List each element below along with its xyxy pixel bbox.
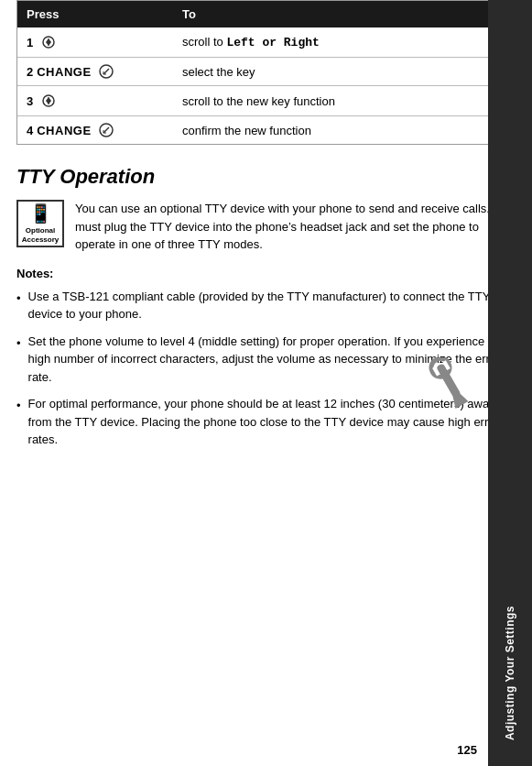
tty-intro: 📱 Optional Accessory You can use an opti…: [16, 200, 516, 254]
svg-marker-9: [46, 97, 51, 104]
phone-icon: 📱: [29, 202, 52, 224]
pen-icon: [99, 64, 114, 79]
change-label: CHANGE: [37, 124, 91, 137]
scroll-icon: [40, 93, 57, 109]
press-cell: 3: [17, 86, 173, 116]
to-cell: select the key: [173, 58, 515, 86]
bullet-icon: •: [16, 397, 21, 415]
optional-accessory-badge: 📱 Optional Accessory: [16, 200, 64, 247]
wrench-icon: [427, 357, 477, 417]
pen-icon: [99, 123, 114, 137]
list-item: •Use a TSB-121 compliant cable (provided…: [16, 288, 516, 323]
press-cell: 2CHANGE: [17, 58, 173, 86]
svg-marker-1: [46, 38, 51, 46]
page-number: 125: [457, 743, 477, 757]
row-number: 4: [27, 124, 33, 137]
row-number: 3: [27, 94, 33, 108]
key-table-wrapper: Press To 1 scroll to Left or Right2CHANG…: [16, 0, 516, 145]
change-label: CHANGE: [37, 65, 91, 79]
to-cell: scroll to the new key function: [173, 86, 515, 116]
to-column-header: To: [173, 1, 515, 27]
press-cell: 4CHANGE: [17, 116, 173, 145]
tty-intro-text: You can use an optional TTY device with …: [75, 200, 516, 254]
key-table: Press To 1 scroll to Left or Right2CHANG…: [17, 1, 515, 144]
scroll-icon: [40, 34, 57, 50]
badge-line1: Optional: [26, 226, 55, 235]
press-column-header: Press: [17, 1, 173, 27]
right-sidebar: Adjusting Your Settings: [488, 0, 532, 766]
table-row: 3 scroll to the new key function: [17, 86, 515, 116]
bullet-icon: •: [16, 290, 21, 308]
sidebar-text: Adjusting Your Settings: [504, 606, 516, 740]
notes-label: Notes:: [16, 267, 516, 280]
to-cell: confirm the new function: [173, 116, 515, 145]
svg-line-5: [103, 69, 109, 74]
svg-line-13: [103, 127, 109, 133]
press-cell: 1: [17, 27, 173, 58]
table-header-row: Press To: [17, 1, 515, 27]
note-text: Use a TSB-121 compliant cable (provided …: [28, 288, 516, 323]
bullet-icon: •: [16, 334, 21, 353]
table-row: 1 scroll to Left or Right: [17, 27, 515, 58]
tty-title: TTY Operation: [16, 165, 516, 189]
code-text: Left or Right: [226, 36, 319, 49]
table-row: 4CHANGE confirm the new function: [17, 116, 515, 145]
to-cell: scroll to Left or Right: [173, 27, 515, 58]
row-number: 2: [27, 65, 33, 79]
row-number: 1: [27, 36, 33, 49]
badge-line2: Accessory: [22, 235, 59, 245]
table-row: 2CHANGE select the key: [17, 58, 515, 86]
